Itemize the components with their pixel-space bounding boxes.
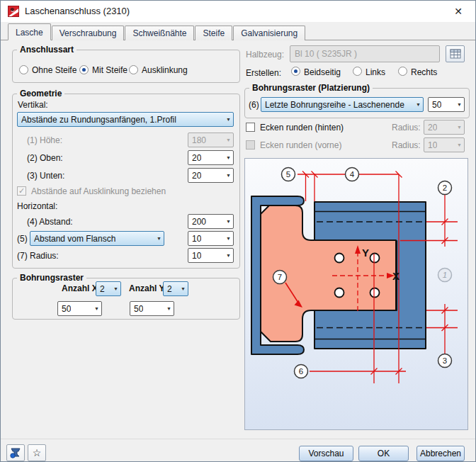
callout-5: 5 bbox=[286, 170, 290, 179]
abstand-y-select[interactable]: 50 ▼ bbox=[130, 301, 174, 316]
platzierung-prefix: (6) bbox=[249, 100, 259, 110]
anzahl-x-label: Anzahl X: bbox=[62, 283, 101, 293]
star-icon: ☆ bbox=[33, 447, 42, 458]
callout-1: 1 bbox=[443, 271, 447, 279]
callout-7: 7 bbox=[278, 273, 282, 281]
group-anschlussart: Anschlussart bbox=[12, 45, 240, 83]
close-icon[interactable]: ✕ bbox=[447, 1, 470, 22]
abstand-x-select[interactable]: 50 ▼ bbox=[57, 301, 102, 316]
oben-select-value: 20 bbox=[192, 153, 201, 163]
tab-galvanisierung[interactable]: Galvanisierung bbox=[233, 26, 305, 40]
footer-separator bbox=[1, 439, 475, 439]
platzierung-value: 50 bbox=[432, 100, 441, 110]
radius7-label: (7) Radius: bbox=[17, 251, 59, 261]
anzahl-x-select[interactable]: 2 ▼ bbox=[96, 281, 121, 296]
unten-select[interactable]: 20 ▼ bbox=[188, 168, 234, 183]
ecken-vorne-radius-label: Radius: bbox=[392, 140, 421, 150]
oben-select[interactable]: 20 ▼ bbox=[188, 150, 234, 165]
chevron-down-icon: ▼ bbox=[223, 219, 231, 224]
tab-strip: Lasche Verschraubung Schweißnähte Steife… bbox=[8, 23, 472, 40]
steel-connection-icon bbox=[9, 447, 22, 458]
chevron-down-icon: ▼ bbox=[223, 236, 231, 241]
ausklinkung-checkbox-label: Abstände auf Ausklinkung beziehen bbox=[31, 186, 166, 196]
window-title: Laschenanschluss (2310) bbox=[25, 1, 130, 22]
radio-mit-steife-label[interactable]: Mit Steife bbox=[92, 65, 128, 75]
abstand-x-value: 50 bbox=[62, 304, 71, 314]
vorschau-button[interactable]: Vorschau bbox=[299, 446, 353, 461]
platzierung-select-value: Letzte Bohrungsreihe - Laschenende bbox=[265, 100, 404, 110]
flansch-select[interactable]: Abstand vom Flansch ▼ bbox=[30, 231, 164, 246]
chevron-down-icon: ▼ bbox=[110, 286, 118, 291]
diagram-drawing: Y X 5 4 2 1 7 6 3 bbox=[245, 159, 468, 429]
radio-ausklinkung[interactable] bbox=[129, 65, 138, 74]
flansch-abstand-value: 10 bbox=[192, 234, 201, 244]
radio-links[interactable] bbox=[353, 67, 362, 76]
flansch-select-value: Abstand vom Flansch bbox=[34, 234, 115, 244]
anzahl-y-select[interactable]: 2 ▼ bbox=[163, 281, 188, 296]
radio-beidseitig[interactable] bbox=[291, 67, 300, 76]
chevron-down-icon: ▼ bbox=[178, 286, 186, 291]
platzierung-value-select[interactable]: 50 ▼ bbox=[428, 97, 465, 112]
chevron-down-icon: ▼ bbox=[413, 102, 421, 107]
platzierung-select[interactable]: Letzte Bohrungsreihe - Laschenende ▼ bbox=[261, 97, 424, 112]
callout-2: 2 bbox=[443, 184, 447, 192]
chevron-down-icon: ▼ bbox=[164, 306, 171, 311]
chevron-down-icon: ▼ bbox=[223, 155, 231, 160]
connection-info-button[interactable] bbox=[6, 444, 25, 461]
abstand-label: (4) Abstand: bbox=[27, 217, 73, 227]
ecken-hinten-label[interactable]: Ecken runden (hinten) bbox=[260, 123, 344, 133]
ecken-hinten-radius-select: 20 ▼ bbox=[424, 120, 465, 135]
abbrechen-button[interactable]: Abbrechen bbox=[416, 446, 465, 461]
radio-links-label[interactable]: Links bbox=[366, 67, 385, 77]
ecken-hinten-radius-value: 20 bbox=[428, 123, 437, 133]
section-table-button[interactable] bbox=[446, 45, 465, 62]
ecken-vorne-label: Ecken runden (vorne) bbox=[260, 140, 341, 150]
ecken-hinten-checkbox[interactable] bbox=[246, 123, 255, 132]
ecken-hinten-radius-label: Radius: bbox=[392, 123, 421, 133]
radio-ausklinkung-label[interactable]: Ausklinkung bbox=[142, 65, 188, 75]
chevron-down-icon: ▼ bbox=[154, 236, 162, 241]
callout-4: 4 bbox=[350, 170, 355, 179]
radio-rechts-label[interactable]: Rechts bbox=[411, 67, 437, 77]
tab-verschraubung[interactable]: Verschraubung bbox=[52, 26, 125, 40]
chevron-down-icon: ▼ bbox=[223, 137, 231, 142]
abstand-select-value: 200 bbox=[192, 217, 206, 227]
app-logo-icon bbox=[8, 6, 19, 17]
unten-label: (3) Unten: bbox=[27, 171, 64, 181]
flansch-abstand-select[interactable]: 10 ▼ bbox=[188, 231, 234, 246]
x-axis-label: X bbox=[392, 270, 400, 282]
abstand-y-value: 50 bbox=[134, 304, 143, 314]
y-axis-label: Y bbox=[362, 247, 369, 259]
hoehe-select: 180 ▼ bbox=[188, 133, 234, 147]
radius7-select[interactable]: 10 ▼ bbox=[188, 248, 234, 263]
chevron-down-icon: ▼ bbox=[223, 117, 231, 122]
radio-rechts[interactable] bbox=[398, 67, 407, 76]
table-icon bbox=[450, 49, 461, 59]
tab-lasche[interactable]: Lasche bbox=[8, 23, 51, 40]
favorite-button[interactable]: ☆ bbox=[28, 444, 46, 461]
radio-mit-steife[interactable] bbox=[79, 65, 89, 74]
callout-6: 6 bbox=[299, 367, 303, 376]
bolt-hole bbox=[335, 254, 344, 263]
anzahl-x-value: 2 bbox=[100, 284, 105, 294]
halbzeug-value: Bl 10 ( S235JR ) bbox=[295, 49, 357, 59]
connection-preview-diagram: Y X 5 4 2 1 7 6 3 bbox=[244, 158, 468, 430]
ecken-vorne-radius-value: 10 bbox=[428, 140, 437, 150]
dialog-window: Laschenanschluss (2310) ✕ Lasche Verschr… bbox=[0, 0, 476, 462]
group-geometrie-title: Geometrie bbox=[17, 89, 64, 98]
ok-button[interactable]: OK bbox=[358, 446, 409, 461]
callout-3: 3 bbox=[443, 356, 447, 365]
anzahl-y-label: Anzahl Y: bbox=[129, 283, 167, 293]
unten-select-value: 20 bbox=[192, 171, 201, 181]
radio-ohne-steife[interactable] bbox=[19, 65, 28, 74]
tab-schweissnaehte[interactable]: Schweißnähte bbox=[125, 26, 194, 40]
oben-label: (2) Oben: bbox=[27, 153, 63, 163]
vertikal-select[interactable]: Abstände zu Rundungsanfängen, 1.Profil ▼ bbox=[17, 112, 234, 127]
ecken-vorne-radius-select: 10 ▼ bbox=[424, 137, 465, 152]
abstand-select[interactable]: 200 ▼ bbox=[188, 214, 234, 229]
tab-steife[interactable]: Steife bbox=[195, 26, 232, 40]
radio-ohne-steife-label[interactable]: Ohne Steife bbox=[32, 65, 76, 75]
group-bohrungsraster: Bohrungsraster bbox=[12, 273, 240, 320]
group-platzierung-title: Bohrungsraster (Platzierung) bbox=[249, 83, 373, 93]
radio-beidseitig-label[interactable]: Beidseitig bbox=[304, 67, 341, 77]
